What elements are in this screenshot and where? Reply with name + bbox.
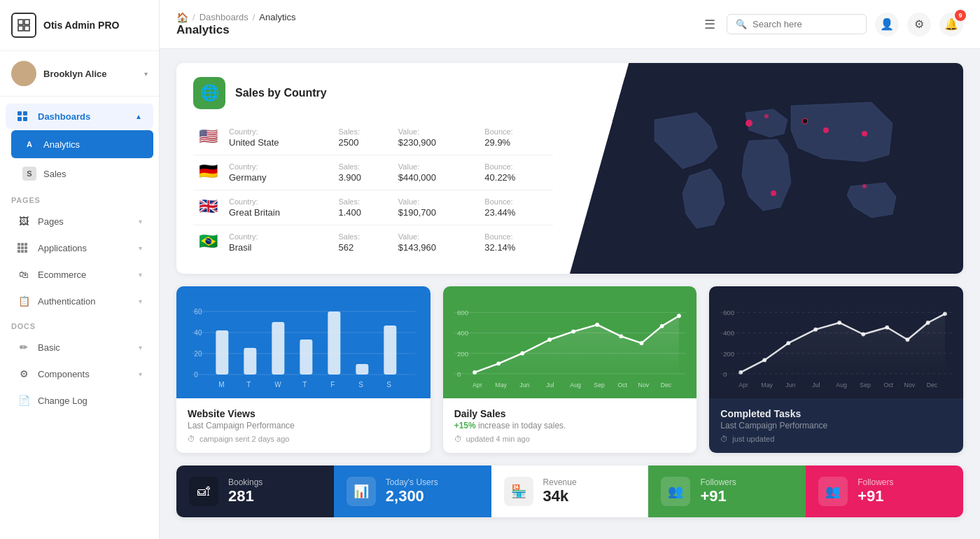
header: 🏠 / Dashboards / Analytics Analytics ☰ 🔍…	[160, 0, 980, 49]
svg-marker-57	[475, 316, 679, 377]
svg-point-4	[18, 65, 29, 76]
followers-value: +91	[700, 487, 793, 505]
svg-point-22	[862, 131, 867, 136]
svg-rect-37	[272, 322, 284, 374]
svg-text:May: May	[762, 382, 774, 388]
svg-text:Jun: Jun	[786, 382, 796, 388]
notification-badge: 9	[955, 10, 966, 21]
svg-point-65	[639, 341, 643, 345]
card-header: 🌐 Sales by Country	[193, 77, 553, 109]
svg-text:F: F	[330, 381, 335, 388]
svg-point-26	[802, 118, 808, 124]
user-area[interactable]: Brooklyn Alice ▾	[0, 51, 159, 97]
sidebar-item-analytics[interactable]: A Analytics	[11, 130, 153, 158]
svg-text:200: 200	[457, 350, 469, 358]
daily-sales-title: Daily Sales	[454, 408, 686, 419]
followers-info: Followers +91	[700, 477, 793, 505]
sidebar: Otis Admin PRO Brooklyn Alice ▾ Dashboar…	[0, 0, 160, 539]
page-title: Analytics	[176, 23, 687, 37]
svg-text:Jul: Jul	[813, 382, 820, 388]
svg-point-86	[739, 370, 743, 374]
svg-rect-0	[18, 20, 23, 24]
extra-icon: 👥	[825, 484, 841, 499]
svg-point-93	[906, 337, 910, 342]
revenue-icon-wrap: 🏪	[504, 477, 533, 506]
notifications-button[interactable]: 🔔 9	[939, 13, 963, 36]
svg-point-60	[520, 351, 524, 356]
chevron-applications-icon: ▾	[139, 244, 142, 252]
search-input[interactable]	[752, 19, 858, 29]
chevron-up-icon: ▲	[135, 113, 142, 120]
daily-sales-info: Daily Sales +15% increase in today sales…	[443, 398, 697, 453]
svg-text:Dec: Dec	[660, 382, 671, 388]
svg-rect-7	[23, 111, 27, 115]
chevron-components-icon: ▾	[139, 370, 142, 378]
ecommerce-icon: 🛍	[17, 269, 31, 280]
today-users-icon: 📊	[354, 484, 369, 499]
extra-icon-wrap: 👥	[818, 477, 848, 506]
svg-point-63	[595, 323, 599, 327]
menu-toggle-icon[interactable]: ☰	[704, 17, 715, 32]
avatar	[11, 61, 36, 86]
basic-icon: ✏	[17, 342, 31, 353]
today-users-label: Today's Users	[386, 477, 479, 487]
svg-point-87	[763, 358, 767, 363]
svg-text:Oct: Oct	[884, 382, 894, 388]
search-box[interactable]: 🔍	[727, 14, 867, 34]
bookings-icon: 🛋	[197, 484, 210, 499]
chevron-down-icon: ▾	[144, 70, 148, 78]
svg-point-61	[547, 337, 552, 342]
sidebar-item-pages[interactable]: 🖼 Pages ▾	[6, 209, 153, 234]
svg-text:Sep: Sep	[860, 382, 872, 388]
stat-today-users: 📊 Today's Users 2,300	[334, 465, 491, 517]
svg-text:Jun: Jun	[519, 382, 529, 388]
sidebar-item-sales[interactable]: S Sales	[11, 160, 153, 188]
revenue-label: Revenue	[543, 477, 636, 487]
main-area: 🏠 / Dashboards / Analytics Analytics ☰ 🔍…	[160, 0, 980, 539]
search-icon: 🔍	[736, 19, 747, 29]
svg-text:Sep: Sep	[594, 382, 605, 388]
sales-by-country-card: 🌐 Sales by Country 🇺🇸 Country: United St…	[176, 63, 963, 274]
sales-label: Sales	[43, 169, 66, 179]
sidebar-item-applications[interactable]: Applications ▾	[6, 235, 153, 260]
breadcrumb-dashboards[interactable]: Dashboards	[200, 12, 248, 22]
svg-text:Aug: Aug	[570, 382, 581, 388]
clock-icon-3: ⏱	[720, 435, 728, 443]
chevron-auth-icon: ▾	[139, 298, 142, 305]
svg-text:400: 400	[457, 329, 469, 337]
sidebar-item-authentication[interactable]: 📋 Authentication ▾	[6, 288, 153, 314]
svg-rect-40	[356, 364, 368, 374]
card-title: Sales by Country	[235, 87, 327, 99]
analytics-label: Analytics	[43, 139, 80, 150]
pages-icon: 🖼	[17, 216, 31, 227]
extra-value: +91	[858, 487, 951, 505]
completed-tasks-info: Completed Tasks Last Campaign Performanc…	[709, 398, 963, 453]
user-profile-button[interactable]: 👤	[875, 13, 899, 36]
docs-section-label: DOCS	[0, 315, 159, 333]
sales-table-area: 🌐 Sales by Country 🇺🇸 Country: United St…	[176, 63, 570, 274]
map-visual	[570, 63, 963, 274]
daily-sales-subtitle: +15% increase in today sales.	[454, 421, 686, 430]
website-views-meta: ⏱ campaign sent 2 days ago	[188, 435, 419, 443]
sidebar-item-components[interactable]: ⚙ Components ▾	[6, 361, 153, 386]
sidebar-item-changelog[interactable]: 📄 Change Log	[6, 388, 153, 413]
components-label: Components	[38, 369, 90, 379]
website-views-chart-top: 60 40 20 0 M T	[176, 286, 430, 398]
sidebar-item-ecommerce[interactable]: 🛍 Ecommerce ▾	[6, 262, 153, 287]
svg-point-91	[862, 332, 866, 337]
svg-marker-85	[741, 314, 946, 377]
svg-rect-14	[21, 246, 24, 249]
charts-row: 60 40 20 0 M T	[176, 286, 963, 453]
stat-extra: 👥 Followers +91	[806, 465, 963, 517]
sidebar-item-dashboards[interactable]: Dashboards ▲	[6, 104, 153, 129]
svg-rect-9	[23, 117, 27, 121]
svg-point-95	[943, 312, 947, 316]
completed-tasks-card: 600 400 200 0	[709, 286, 963, 453]
today-users-info: Today's Users 2,300	[386, 477, 479, 505]
svg-rect-38	[300, 340, 312, 374]
sidebar-item-basic[interactable]: ✏ Basic ▾	[6, 335, 153, 360]
settings-button[interactable]: ⚙	[907, 13, 931, 36]
home-icon[interactable]: 🏠	[176, 12, 188, 23]
svg-text:0: 0	[723, 370, 727, 378]
ecommerce-label: Ecommerce	[38, 270, 86, 280]
